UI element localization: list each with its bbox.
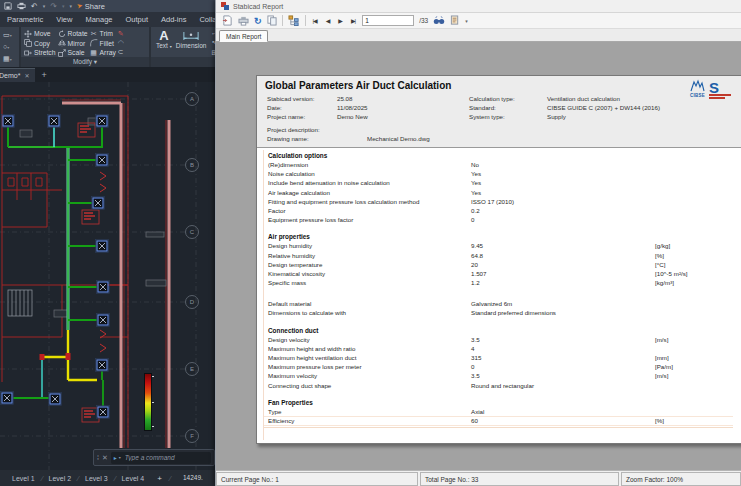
row-label: Maximum velocity [268, 372, 317, 379]
command-grip-icon[interactable]: ⁞ [97, 454, 99, 461]
copy-report-icon[interactable] [267, 15, 277, 27]
ribbon-tab-parametric[interactable]: Parametric [7, 15, 43, 24]
report-tab-strip: Main Report [216, 29, 741, 42]
row-label: Design velocity [268, 336, 310, 343]
row-label: Factor [268, 207, 286, 214]
move-button[interactable]: Move [24, 29, 56, 38]
save-icon[interactable] [4, 1, 12, 11]
status-current-page: Current Page No.: 1 [216, 472, 418, 486]
command-prompt-icon[interactable]: ▸ [114, 454, 117, 461]
copy-button[interactable]: Copy [24, 39, 56, 48]
report-row-maximum-height-ventilation-duct: Maximum height ventilation duct315[mm] [264, 354, 733, 363]
row-value: Galvanized 6m [471, 300, 512, 307]
array-button[interactable]: ▦Array [90, 48, 116, 57]
close-drawing-icon[interactable]: ✕ [24, 72, 29, 79]
search-binoculars-icon[interactable] [433, 15, 445, 27]
diffuser-symbol [92, 197, 105, 210]
info-project-name-label: Project name: [267, 113, 305, 120]
diffuser-symbol [96, 240, 109, 253]
arc-tool-icon[interactable]: ◠ [118, 39, 124, 47]
walls-red [2, 96, 128, 448]
mirror-button[interactable]: Mirror [58, 39, 88, 48]
stairs [8, 290, 32, 316]
report-row-efficiency: Efficiency60[%] [264, 417, 733, 426]
layout-tab-level-3[interactable]: Level 3 [79, 475, 114, 482]
report-row-factor: Factor0.2 [264, 207, 733, 216]
hatch-tool-icon[interactable]: ▦▾ [3, 55, 19, 63]
group-tree-toggle-icon[interactable] [288, 15, 300, 27]
copy-icon [24, 39, 32, 47]
modify-panel-label[interactable]: Modify ▾ [21, 57, 149, 67]
customize-quick-access-icon[interactable]: ▾ [69, 1, 72, 11]
first-page-button[interactable]: |◀ [311, 17, 319, 24]
ribbon-tab-view[interactable]: View [56, 15, 72, 24]
drawing-tab-demo[interactable]: Demo* ✕ [0, 68, 35, 82]
row-unit: [10^-5 m²/s] [655, 270, 687, 277]
text-button[interactable]: A Text ▾ [156, 29, 172, 57]
row-label: Include bend attenuation in noise calcul… [268, 179, 390, 186]
export-format-icon[interactable] [450, 15, 460, 27]
command-dropdown-icon[interactable]: ▾ [119, 455, 121, 460]
command-close-icon[interactable]: ✕ [102, 454, 108, 462]
offset-tool-icon[interactable]: ⊂ [118, 48, 124, 56]
report-document-area[interactable]: Global Parameters Air Duct Calculation S… [216, 42, 741, 470]
previous-page-button[interactable]: ◀ [324, 17, 332, 24]
redo-dropdown-icon[interactable]: ▾ [62, 1, 65, 11]
last-page-button[interactable]: ▶| [349, 17, 357, 24]
info-system-type-label: System type: [469, 113, 505, 120]
next-page-button[interactable]: ▶ [336, 17, 344, 24]
info-drawing-name-value: Mechanical Demo.dwg [367, 135, 430, 142]
ribbon-tab-add-ins[interactable]: Add-ins [161, 15, 186, 24]
scale-button[interactable]: Scale [58, 48, 88, 57]
undo-icon[interactable]: ↶ [31, 1, 38, 11]
report-row-design-temperature: Design temperature20[°C] [264, 261, 733, 270]
ribbon-tab-manage[interactable]: Manage [85, 15, 112, 24]
refresh-report-icon[interactable]: ↻ [254, 15, 262, 27]
trim-button[interactable]: ✂Trim [90, 29, 116, 38]
layout-tab-level-1[interactable]: Level 1 [6, 475, 41, 482]
row-value: 1.2 [471, 279, 480, 286]
page-number-input[interactable] [362, 15, 414, 26]
fillet-button[interactable]: Fillet [90, 39, 116, 48]
report-row-maximum-velocity: Maximum velocity3.5[m/s] [264, 372, 733, 381]
rectangle-tool-icon[interactable]: ▭▾ [3, 31, 19, 39]
erase-pencil-icon[interactable]: ✎ [118, 30, 124, 38]
status-total-pages: Total Page No.: 33 [420, 472, 619, 486]
row-unit: [%] [655, 252, 664, 259]
duct-labels [78, 123, 99, 422]
diffuser-symbol [1, 392, 14, 405]
new-drawing-tab-button[interactable]: + [41, 68, 46, 82]
row-value: 315 [471, 354, 481, 361]
section-connection-duct: Connection ductDesign velocity3.5[m/s]Ma… [264, 327, 733, 391]
command-input[interactable] [123, 453, 208, 462]
row-value: 3.5 [471, 372, 480, 379]
print-icon[interactable] [17, 1, 26, 11]
layout-tab-level-4[interactable]: Level 4 [116, 475, 151, 482]
status-zoom-factor: Zoom Factor: 100% [621, 472, 741, 486]
row-label: Efficiency [268, 417, 294, 424]
export-format-dropdown-icon[interactable]: ▾ [465, 18, 468, 24]
diffuser-symbol [96, 154, 109, 167]
rotate-icon [58, 30, 66, 38]
row-value: Yes [471, 170, 481, 177]
circle-tool-icon[interactable]: ○▾ [3, 43, 19, 51]
stretch-button[interactable]: Stretch [24, 48, 56, 57]
share-button[interactable]: ➤ Share [77, 2, 105, 11]
print-report-icon[interactable] [238, 15, 249, 27]
diffuser-symbol [97, 314, 110, 327]
scale-icon [58, 49, 66, 57]
row-label: Specific mass [268, 279, 306, 286]
dimension-button[interactable]: Dimension [176, 29, 207, 57]
undo-dropdown-icon[interactable]: ▾ [43, 1, 46, 11]
row-value: 1.507 [471, 270, 486, 277]
ducts [8, 127, 103, 406]
new-layout-button[interactable]: + [150, 474, 169, 483]
ribbon-tab-output[interactable]: Output [126, 15, 149, 24]
main-report-tab[interactable]: Main Report [219, 30, 268, 42]
redo-icon[interactable]: ↷ [50, 1, 57, 11]
report-row-kinematical-viscosity: Kinematical viscosity1.507[10^-5 m²/s] [264, 270, 733, 279]
export-report-icon[interactable] [222, 15, 233, 27]
report-title-bar[interactable]: Stabicad Report [216, 0, 741, 13]
layout-tab-level-2[interactable]: Level 2 [43, 475, 78, 482]
rotate-button[interactable]: Rotate [58, 29, 88, 38]
